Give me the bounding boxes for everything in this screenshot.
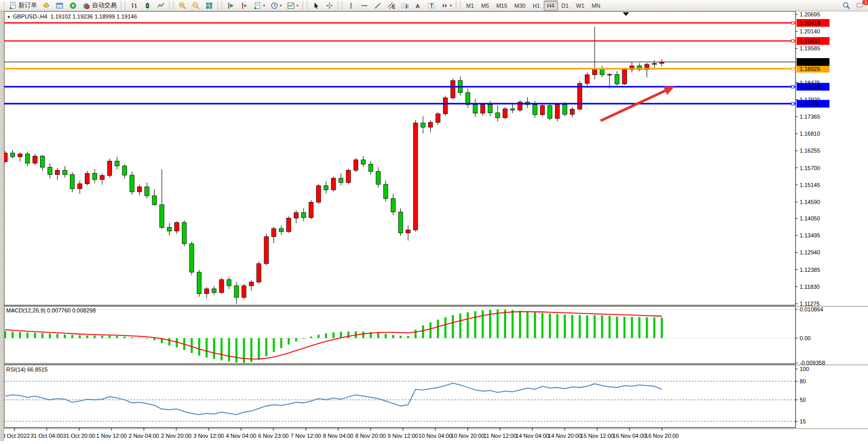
cursor-icon [312, 2, 320, 10]
price-tick-label: 1.16810 [800, 131, 820, 137]
auto-scroll-icon [240, 2, 248, 10]
timeframe-H4-button[interactable]: H4 [544, 1, 558, 11]
date-tick-label: 11 Nov 12:00 [484, 433, 517, 439]
text-button[interactable]: A [411, 0, 424, 11]
arrows-button[interactable]: ▾ [438, 0, 455, 11]
new-order-button[interactable]: 新订单 [6, 0, 40, 11]
date-tick-label: 9 Nov 12:00 [387, 433, 418, 439]
horizontal-line-button[interactable] [358, 0, 371, 11]
date-axis[interactable]: 28 Oct 202231 Oct 04:0031 Oct 20:001 Nov… [0, 428, 679, 439]
date-tick-label: 6 Nov 23:00 [258, 433, 288, 439]
candlestick-mode-button[interactable] [141, 0, 154, 11]
timeframe-M1-button[interactable]: M1 [463, 1, 477, 11]
equidistant-channel-button[interactable]: E [384, 0, 398, 11]
vertical-line-button[interactable] [344, 0, 358, 11]
dropdown-caret-icon[interactable]: ▾ [297, 4, 299, 7]
date-tick-label: 1 Nov 12:00 [96, 433, 126, 439]
search-icon [842, 2, 851, 10]
macd-tick-label: -0.009358 [800, 360, 825, 366]
timeframe-D1-button[interactable]: D1 [558, 1, 572, 11]
level-handle[interactable] [791, 85, 794, 88]
price-axis[interactable]: 1.206951.201401.195851.184751.179201.173… [796, 11, 829, 307]
toolbar-grip[interactable] [306, 2, 308, 10]
text-label-button[interactable]: T [424, 0, 438, 11]
new-chart-icon [253, 2, 262, 10]
trendline-button[interactable] [371, 0, 384, 11]
timeframe-W1-button[interactable]: W1 [572, 1, 588, 11]
toolbar-grip[interactable] [173, 2, 174, 10]
toolbar-grip[interactable] [459, 2, 461, 10]
chart-menu-arrow-icon[interactable]: ▼ [7, 15, 11, 20]
toolbar-grip[interactable] [221, 2, 223, 10]
dropdown-caret-icon[interactable]: ▾ [450, 4, 452, 7]
notification-badge: 1 [862, 0, 868, 6]
toolbar-grip[interactable] [124, 2, 126, 10]
clock-icon [270, 2, 279, 10]
indicators-button[interactable]: ▾ [284, 0, 301, 11]
price-tick-label: 1.20695 [800, 11, 820, 17]
notifications-button[interactable]: 1 [853, 0, 866, 11]
channel-icon: E [387, 2, 395, 10]
chart-ohlc-values: 1.19102 1.19236 1.18999 1.19146 [50, 13, 137, 20]
timeframe-H1-button[interactable]: H1 [529, 1, 543, 11]
price-tick-label: 1.19585 [800, 45, 820, 51]
panel-grip-column[interactable] [0, 11, 4, 441]
cursor-button[interactable] [309, 0, 323, 11]
strategy-tester-button[interactable] [66, 0, 80, 11]
text-icon: A [414, 2, 422, 10]
level-handle[interactable] [791, 40, 794, 42]
dropdown-caret-icon[interactable]: ▾ [280, 4, 282, 7]
svg-text:1.18339: 1.18339 [800, 84, 820, 90]
macd-label: MACD(12,26,9) [6, 307, 45, 313]
terminal-window-button[interactable] [53, 0, 66, 11]
search-button[interactable] [840, 0, 853, 11]
periods-button[interactable]: ▾ [268, 0, 285, 11]
trendline-icon [374, 2, 382, 10]
bar-chart-mode-button[interactable] [127, 0, 141, 11]
timeframe-M30-button[interactable]: M30 [511, 1, 529, 11]
line-chart-mode-button[interactable] [154, 0, 168, 11]
button-label: M5 [481, 3, 489, 9]
svg-text:1.20418: 1.20418 [800, 20, 820, 26]
zoom-out-button[interactable] [189, 0, 202, 11]
auto-trading-button[interactable]: 自动交易 [80, 0, 119, 11]
chart-shift-button[interactable] [224, 0, 237, 11]
date-tick-label: 31 Oct 04:00 [31, 433, 63, 439]
timeframe-MN-button[interactable]: MN [588, 1, 604, 11]
rsi-panel[interactable] [4, 365, 796, 428]
price-tick-label: 1.15145 [800, 182, 820, 188]
new-chart-button[interactable]: ▾ [251, 0, 268, 11]
toolbar: 新订单自动交易▾▾▾EFAT▾M1M5M15M30H1H4D1W1MN1 [0, 0, 868, 11]
crosshair-button[interactable] [323, 0, 336, 11]
svg-text:A: A [416, 3, 420, 9]
auto-trading-icon [82, 2, 90, 10]
tile-windows-button[interactable] [202, 0, 216, 11]
timeframe-M15-button[interactable]: M15 [493, 1, 511, 11]
timeframe-M5-button[interactable]: M5 [477, 1, 492, 11]
zoom-in-button[interactable] [176, 0, 189, 11]
auto-scroll-button[interactable] [237, 0, 251, 11]
dropdown-caret-icon[interactable]: ▾ [263, 4, 265, 7]
arrows-icon [440, 2, 449, 10]
terminal-icon [56, 2, 64, 10]
level-handle[interactable] [791, 67, 794, 70]
level-handle[interactable] [791, 102, 794, 105]
rsi-tick-label: 15 [800, 418, 806, 424]
button-label: M15 [496, 3, 507, 9]
chart-canvas[interactable]: 1.206951.201401.195851.184751.179201.173… [0, 11, 868, 444]
toolbar-grip[interactable] [341, 2, 343, 10]
toolbar-grip[interactable] [3, 2, 5, 10]
price-panel[interactable] [4, 11, 796, 305]
date-tick-label: 2 Nov 20:00 [161, 433, 191, 439]
price-tick-label: 1.11830 [800, 284, 820, 290]
indicators-icon [287, 2, 295, 10]
fibonacci-button[interactable]: F [398, 0, 411, 11]
price-tick-label: 1.14590 [800, 199, 820, 205]
chart-title[interactable]: ▼GBPUSD-,H4 1.19102 1.19236 1.18999 1.19… [7, 13, 137, 20]
level-handle[interactable] [791, 22, 794, 24]
date-tick-label: 16 Nov 20:00 [645, 433, 678, 439]
charts-profile-button[interactable] [40, 0, 53, 11]
price-tick-label: 1.17365 [800, 114, 820, 120]
date-tick-label: 8 Nov 20:00 [355, 433, 385, 439]
date-tick-label: 10 Nov 04:00 [418, 433, 452, 439]
